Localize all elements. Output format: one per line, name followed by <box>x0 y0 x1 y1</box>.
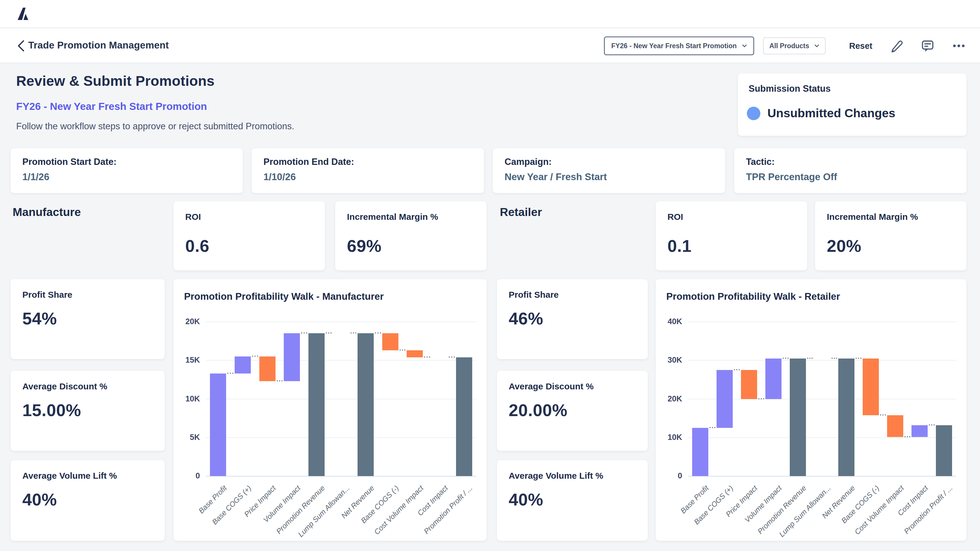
y-axis-label: 5K <box>179 433 200 442</box>
y-axis-label: 10K <box>179 394 200 403</box>
section-title: Review & Submit Promotions <box>16 73 215 89</box>
card-label: ROI <box>667 212 795 222</box>
page-title: Trade Promotion Management <box>28 40 169 51</box>
waterfall-connector <box>399 349 406 351</box>
retailer-incremental-margin-card: Incremental Margin % 20% <box>815 201 966 270</box>
manufacturer-average-discount-card: Average Discount % 15.00% <box>11 371 165 451</box>
gridline <box>206 321 476 322</box>
anaplan-logo-icon <box>16 6 31 21</box>
card-label: Promotion Start Date: <box>22 157 231 167</box>
retailer-average-volume-lift-card: Average Volume Lift % 40% <box>497 460 648 541</box>
waterfall-bar-base-cogs <box>382 333 398 350</box>
card-value: New Year / Fresh Start <box>504 171 713 183</box>
products-select-value: All Products <box>770 42 809 50</box>
card-label: Incremental Margin % <box>347 212 475 222</box>
card-label: Average Volume Lift % <box>22 471 153 481</box>
manufacturer-profitability-chart-card: Promotion Profitability Walk - Manufactu… <box>173 279 487 541</box>
waterfall-connector <box>301 332 307 333</box>
waterfall-bar-price-impact <box>259 356 275 381</box>
retailer-profitability-chart-card: Promotion Profitability Walk - Retailer … <box>656 279 966 541</box>
comments-button[interactable] <box>921 39 935 53</box>
waterfall-bar-base-profit <box>692 428 708 476</box>
card-label: Profit Share <box>22 290 153 300</box>
submission-status-value: Unsubmitted Changes <box>767 106 895 120</box>
waterfall-connector <box>758 398 764 399</box>
back-button[interactable] <box>14 39 28 52</box>
manufacturer-incremental-margin-card: Incremental Margin % 69% <box>335 201 487 270</box>
waterfall-bar-price-impact <box>741 370 757 399</box>
chevron-down-icon <box>815 44 819 47</box>
more-options-button[interactable] <box>952 39 966 53</box>
waterfall-connector <box>252 356 258 357</box>
waterfall-bar-volume-impact <box>284 333 300 381</box>
y-axis-label: 20K <box>179 317 200 326</box>
manufacturer-roi-card: ROI 0.6 <box>173 201 325 270</box>
tactic-card: Tactic: TPR Percentage Off <box>734 148 966 193</box>
waterfall-connector <box>449 356 455 357</box>
edit-button[interactable] <box>889 39 904 53</box>
card-value: 15.00% <box>22 400 81 420</box>
waterfall-connector <box>880 414 886 416</box>
comment-icon <box>921 39 934 52</box>
campaign-card: Campaign: New Year / Fresh Start <box>493 148 725 193</box>
waterfall-bar-promotion-profit <box>936 425 952 476</box>
waterfall-connector <box>904 436 910 437</box>
pencil-icon <box>890 40 903 52</box>
top-app-bar <box>0 0 980 28</box>
promotion-select[interactable]: FY26 - New Year Fresh Start Promotion <box>604 37 754 55</box>
card-value: 0.6 <box>185 236 209 256</box>
card-label: Profit Share <box>509 290 636 300</box>
submission-status-label: Submission Status <box>749 83 956 94</box>
header-controls: FY26 - New Year Fresh Start Promotion Al… <box>604 29 966 63</box>
chevron-left-icon <box>17 40 25 52</box>
card-value: 20.00% <box>509 400 568 420</box>
reset-button[interactable]: Reset <box>849 41 872 51</box>
submission-status-card: Submission Status Unsubmitted Changes <box>738 73 966 136</box>
waterfall-bar-volume-impact <box>765 359 781 399</box>
card-label: ROI <box>185 212 313 222</box>
retailer-waterfall-plot: 010K20K30K40KBase ProfitBase COGS (+)Pri… <box>656 279 966 541</box>
waterfall-bar-net-revenue <box>838 359 854 476</box>
y-axis-label: 0 <box>179 472 200 481</box>
waterfall-connector <box>424 356 430 357</box>
page-header-bar: Trade Promotion Management FY26 - New Ye… <box>0 29 980 63</box>
card-label: Average Discount % <box>22 381 153 391</box>
card-value: 69% <box>347 236 382 256</box>
promotion-end-date-card: Promotion End Date: 1/10/26 <box>252 148 484 193</box>
waterfall-connector <box>375 332 381 333</box>
waterfall-connector <box>227 373 234 374</box>
waterfall-connector <box>807 357 813 359</box>
card-label: Tactic: <box>746 157 955 167</box>
waterfall-bar-base-cogs <box>717 370 733 428</box>
retailer-section-label: Retailer <box>500 206 542 219</box>
promotion-name-subtitle: FY26 - New Year Fresh Start Promotion <box>16 100 207 112</box>
x-axis-label: Promotion Profit / ... <box>902 484 954 536</box>
section-description: Follow the workflow steps to approve or … <box>16 121 294 132</box>
card-value: 40% <box>509 489 543 509</box>
waterfall-connector <box>832 357 837 359</box>
waterfall-bar-cost-volume-impact <box>407 350 423 357</box>
waterfall-bar-promotion-profit <box>456 357 472 476</box>
manufacturer-section-label: Manufacture <box>13 206 81 219</box>
card-value: TPR Percentage Off <box>746 171 955 183</box>
card-value: 54% <box>22 308 57 328</box>
gridline <box>206 399 476 399</box>
retailer-profit-share-card: Profit Share 46% <box>497 279 648 359</box>
card-value: 40% <box>22 489 57 509</box>
card-value: 20% <box>827 236 862 256</box>
chevron-down-icon <box>742 44 747 47</box>
manufacturer-profit-share-card: Profit Share 54% <box>11 279 165 359</box>
products-select[interactable]: All Products <box>763 37 826 54</box>
retailer-average-discount-card: Average Discount % 20.00% <box>497 371 648 451</box>
waterfall-bar-cost-volume-impact <box>887 415 903 437</box>
trade-promotion-dashboard: Trade Promotion Management FY26 - New Ye… <box>0 0 980 551</box>
waterfall-connector <box>326 332 332 333</box>
ellipsis-icon <box>952 44 965 48</box>
waterfall-bar-base-profit <box>210 373 226 476</box>
waterfall-connector <box>783 357 789 359</box>
gridline <box>206 437 476 438</box>
waterfall-bar-promotion-revenue <box>790 359 806 476</box>
y-axis-label: 10K <box>661 433 682 442</box>
promotion-start-date-card: Promotion Start Date: 1/1/26 <box>11 148 243 193</box>
waterfall-connector <box>350 332 357 333</box>
